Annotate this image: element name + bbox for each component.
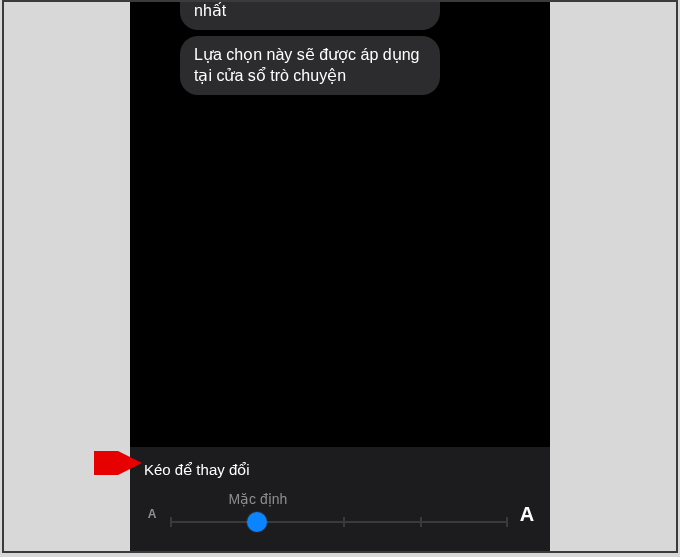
text-size-panel: Kéo để thay đổi A Mặc định A: [130, 447, 550, 551]
chat-bubble: nhất: [180, 2, 440, 30]
small-a-icon: A: [144, 507, 160, 521]
slider-thumb[interactable]: [247, 512, 267, 532]
slider-tick: [170, 517, 172, 527]
drag-instruction-label: Kéo để thay đổi: [144, 461, 536, 479]
chat-bubble: Lựa chọn này sẽ được áp dụng tại cửa sổ …: [180, 36, 440, 95]
phone-screen: nhất Lựa chọn này sẽ được áp dụng tại cử…: [130, 2, 550, 551]
text-size-slider-row: A Mặc định A: [144, 495, 536, 533]
default-label: Mặc định: [130, 491, 427, 507]
text-size-slider[interactable]: Mặc định: [170, 495, 508, 533]
bubble-text: nhất: [194, 2, 226, 19]
slider-tick: [343, 517, 345, 527]
screenshot-frame: nhất Lựa chọn này sẽ được áp dụng tại cử…: [2, 0, 678, 553]
large-a-icon: A: [518, 503, 536, 526]
message-list: nhất Lựa chọn này sẽ được áp dụng tại cử…: [130, 2, 550, 95]
slider-track: [170, 521, 508, 523]
slider-tick: [420, 517, 422, 527]
slider-tick: [506, 517, 508, 527]
bubble-text: Lựa chọn này sẽ được áp dụng tại cửa sổ …: [194, 46, 419, 85]
